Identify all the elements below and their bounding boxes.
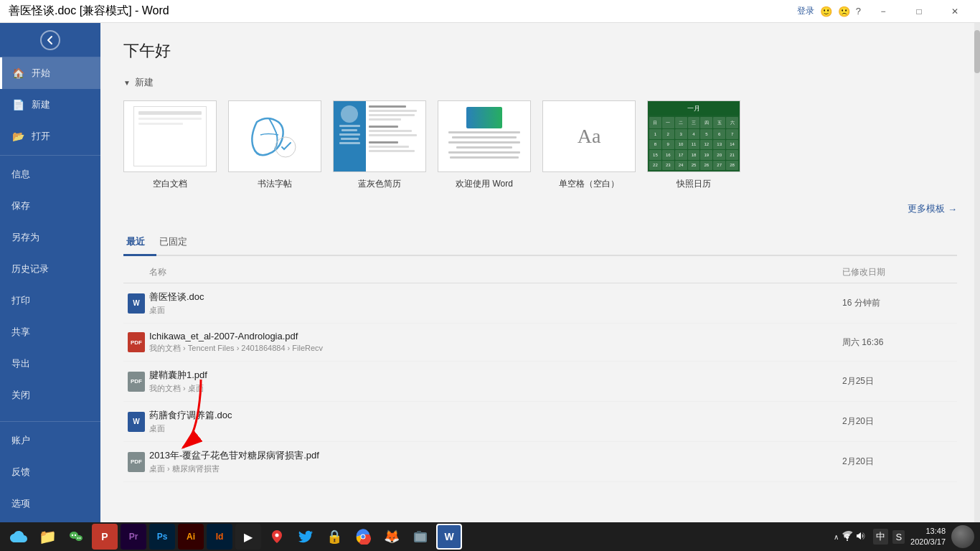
taskbar-word-icon[interactable]: W (436, 524, 462, 550)
file-item-1[interactable]: W 善医怪谈.doc 桌面 16 分钟前 (123, 283, 957, 324)
taskbar-wechat-icon[interactable] (63, 524, 89, 550)
file-date-1: 16 分钟前 (842, 297, 957, 309)
sidebar-item-feedback[interactable]: 反馈 (0, 456, 100, 488)
back-arrow-icon (40, 30, 60, 50)
taskbar-folder-icon[interactable]: 📁 (34, 524, 60, 550)
template-calligraphy[interactable]: 书法字帖 (228, 100, 321, 190)
taskbar-bird-icon[interactable] (293, 524, 319, 550)
sidebar-label-share: 共享 (11, 326, 30, 339)
taskbar-security-icon[interactable]: 🔒 (321, 524, 347, 550)
template-label-blue-resume: 蓝灰色简历 (358, 178, 401, 190)
taskbar-maps-icon[interactable] (264, 524, 290, 550)
template-welcome[interactable]: 欢迎使用 Word (438, 100, 531, 190)
file-path-5: 桌面 › 糖尿病肾损害 (149, 463, 842, 474)
home-icon: 🏠 (11, 67, 24, 79)
template-calendar[interactable]: 一月 日一二三四五六 1234567 891011121314 15161718… (647, 100, 740, 190)
sys-tray: ∧ (834, 530, 867, 544)
clock-time: 13:48 (910, 526, 946, 537)
sad-icon[interactable]: 🙁 (838, 6, 850, 17)
taskbar-clock[interactable]: 13:48 2020/3/17 (910, 526, 946, 548)
file-info-1: 善医怪谈.doc 桌面 (149, 291, 842, 316)
sidebar-item-save[interactable]: 保存 (0, 190, 100, 222)
app-body: 🏠 开始 📄 新建 📂 打开 信息 保存 另存为 (0, 23, 980, 522)
file-icon-3: PDF (123, 372, 149, 392)
help-icon[interactable]: ? (856, 6, 861, 17)
taskbar: 📁 P Pr Ps Ai Id ▶ 🔒 (0, 522, 980, 551)
minimize-button[interactable]: − (867, 0, 900, 23)
scrollbar-track[interactable] (974, 23, 980, 522)
svg-point-8 (80, 537, 81, 539)
sidebar-label-account: 账户 (11, 434, 30, 447)
new-section-header[interactable]: ▼ 新建 (123, 76, 957, 89)
sidebar-item-info[interactable]: 信息 (0, 159, 100, 190)
titlebar-title: 善医怪谈.doc [兼容模式] - Word (9, 4, 169, 19)
file-item-3[interactable]: PDF 腱鞘囊肿1.pdf 我的文档 › 桌面 2月25日 (123, 362, 957, 402)
smile-icon[interactable]: 🙂 (820, 6, 832, 17)
sidebar-label-export: 导出 (11, 357, 30, 370)
template-blank[interactable]: 空白文档 (123, 100, 217, 190)
taskbar-fox-icon[interactable]: 🦊 (379, 524, 405, 550)
template-thumb-grid: Aa (542, 100, 636, 172)
scrollbar-thumb[interactable] (974, 30, 980, 73)
taskbar-id-icon[interactable]: Id (207, 524, 232, 550)
sidebar-item-share[interactable]: 共享 (0, 316, 100, 348)
taskbar-chrome-icon[interactable] (350, 524, 376, 550)
sidebar-item-open[interactable]: 📂 打开 (0, 121, 100, 152)
back-button[interactable] (0, 23, 100, 57)
sidebar-item-options[interactable]: 选项 (0, 488, 100, 519)
sidebar-item-home[interactable]: 🏠 开始 (0, 57, 100, 89)
sidebar-label-new: 新建 (32, 98, 50, 111)
sidebar-item-saveas[interactable]: 另存为 (0, 222, 100, 253)
clock-date: 2020/3/17 (910, 537, 946, 547)
template-label-grid: 单空格（空白） (559, 178, 619, 190)
tray-volume-icon[interactable] (856, 530, 867, 544)
taskbar-icons: 📁 P Pr Ps Ai Id ▶ 🔒 (6, 524, 462, 550)
sidebar: 🏠 开始 📄 新建 📂 打开 信息 保存 另存为 (0, 23, 100, 522)
sougou-icon[interactable]: S (892, 530, 905, 544)
file-path-1: 桌面 (149, 305, 842, 316)
sidebar-label-history: 历史记录 (11, 263, 49, 276)
taskbar-cloud-icon[interactable] (6, 524, 32, 550)
svg-point-6 (75, 535, 83, 541)
file-item-4[interactable]: W 药膳食疗调养篇.doc 桌面 2月20日 (123, 402, 957, 442)
template-thumb-calligraphy (228, 100, 321, 172)
more-templates-anchor[interactable]: 更多模板 → (908, 202, 957, 215)
file-item-2[interactable]: PDF Ichikawa_et_al-2007-Andrologia.pdf 我… (123, 324, 957, 362)
template-blue-resume[interactable]: 蓝灰色简历 (333, 100, 426, 190)
file-path-3: 我的文档 › 桌面 (149, 383, 842, 394)
sidebar-item-export[interactable]: 导出 (0, 348, 100, 380)
taskbar-avatar[interactable] (951, 525, 974, 548)
template-grid[interactable]: Aa 单空格（空白） (542, 100, 636, 190)
tab-recent[interactable]: 最近 (123, 230, 156, 256)
svg-rect-14 (415, 534, 425, 541)
pdf-icon-5: PDF (128, 452, 145, 472)
taskbar-right: ∧ 中 S 13:48 2020/3/17 (834, 525, 974, 548)
sidebar-item-account[interactable]: 账户 (0, 425, 100, 456)
restore-button[interactable]: □ (903, 0, 936, 23)
taskbar-ai-icon[interactable]: Ai (178, 524, 204, 550)
titlebar-actions: 登录 🙂 🙁 ? − □ ✕ (797, 0, 971, 23)
tray-arrow-icon[interactable]: ∧ (834, 533, 839, 541)
taskbar-premiere-icon[interactable]: Pr (121, 524, 146, 550)
sidebar-item-history[interactable]: 历史记录 (0, 253, 100, 285)
taskbar-explorer-icon[interactable] (407, 524, 433, 550)
tray-network-icon[interactable] (842, 530, 853, 544)
file-info-4: 药膳食疗调养篇.doc 桌面 (149, 409, 842, 434)
sidebar-item-close[interactable]: 关闭 (0, 380, 100, 411)
file-name-1: 善医怪谈.doc (149, 291, 842, 303)
tab-pinned[interactable]: 已固定 (156, 230, 199, 256)
file-date-3: 2月25日 (842, 375, 957, 387)
sidebar-item-print[interactable]: 打印 (0, 285, 100, 316)
sidebar-label-info: 信息 (11, 168, 30, 181)
svg-point-7 (77, 537, 79, 539)
ime-cn-indicator[interactable]: 中 (873, 529, 888, 545)
more-templates-link[interactable]: 更多模板 → (123, 199, 957, 227)
sidebar-item-new[interactable]: 📄 新建 (0, 89, 100, 121)
login-button[interactable]: 登录 (797, 5, 814, 17)
taskbar-photoshop-icon[interactable]: Ps (149, 524, 175, 550)
file-name-2: Ichikawa_et_al-2007-Andrologia.pdf (149, 331, 842, 342)
taskbar-ppt-icon[interactable]: P (92, 524, 118, 550)
taskbar-media-icon[interactable]: ▶ (235, 524, 261, 550)
file-item-5[interactable]: PDF 2013年-覆盆子花色苷对糖尿病肾损害.pdf 桌面 › 糖尿病肾损害 … (123, 442, 957, 482)
close-button[interactable]: ✕ (938, 0, 971, 23)
